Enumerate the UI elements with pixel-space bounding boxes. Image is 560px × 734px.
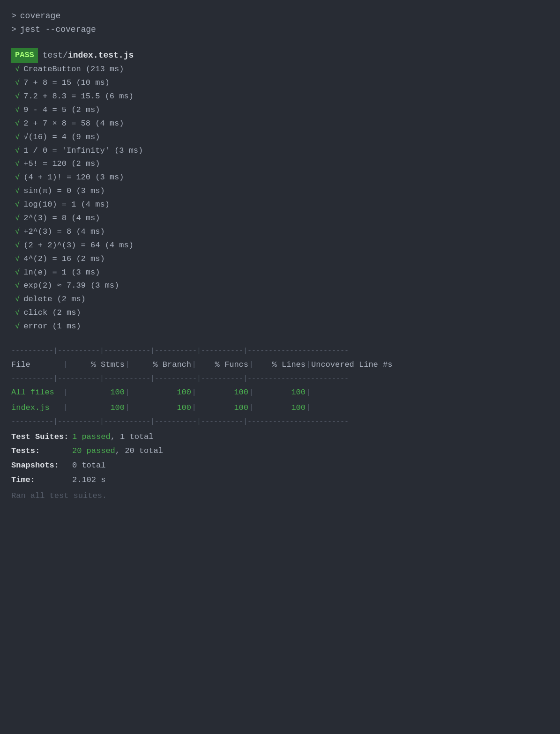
test-name-6: 1 / 0 = 'Infinity' (3 ms) <box>23 144 143 158</box>
test-item-17: √ delete (2 ms) <box>11 293 549 306</box>
test-name-12: +2^(3) = 8 (4 ms) <box>23 225 105 239</box>
summary-suites: Test Suites: 1 passed, 1 total <box>11 430 549 445</box>
cell-branch-all: 100 <box>130 385 191 400</box>
pipe-3: | <box>191 357 197 372</box>
test-item-19: √ error (1 ms) <box>11 320 549 334</box>
test-item-13: √ (2 + 2)^(3) = 64 (4 ms) <box>11 239 549 252</box>
command-line-1: > coverage <box>11 9 549 23</box>
checkmark-19: √ <box>15 320 20 334</box>
test-name-11: 2^(3) = 8 (4 ms) <box>23 212 100 225</box>
table-divider-mid: ----------|----------|-----------|------… <box>11 372 549 385</box>
checkmark-2: √ <box>15 90 20 104</box>
test-items-list: √ CreateButton (213 ms)√ 7 + 8 = 15 (10 … <box>11 63 549 334</box>
tests-rest: , 20 total <box>115 446 163 455</box>
test-name-5: √(16) = 4 (9 ms) <box>23 131 100 144</box>
checkmark-5: √ <box>15 131 20 144</box>
time-label: Time: <box>11 473 72 488</box>
checkmark-3: √ <box>15 104 20 117</box>
cell-branch-index: 100 <box>130 400 191 415</box>
checkmark-7: √ <box>15 157 20 171</box>
col-header-uncovered: Uncovered Line #s <box>311 357 549 372</box>
tests-passed: 20 passed <box>72 446 115 455</box>
col-header-funcs: % Funcs <box>197 357 248 372</box>
suites-rest: , 1 total <box>111 432 154 441</box>
test-name-3: 9 - 4 = 5 (2 ms) <box>23 104 100 117</box>
test-item-10: √ log(10) = 1 (4 ms) <box>11 198 549 212</box>
pipe-r2-2: | <box>125 400 130 415</box>
test-name-16: exp(2) ≈ 7.39 (3 ms) <box>23 279 119 293</box>
pipe-r1-3: | <box>191 385 197 400</box>
cell-uncovered-index <box>311 400 549 415</box>
checkmark-12: √ <box>15 225 20 239</box>
test-file-bold: index.test.js <box>68 51 134 60</box>
test-name-9: sin(π) = 0 (3 ms) <box>23 185 105 198</box>
cell-lines-index: 100 <box>254 400 306 415</box>
checkmark-10: √ <box>15 198 20 212</box>
table-divider-bot: ----------|----------|-----------|------… <box>11 415 549 428</box>
time-value: 2.102 s <box>72 473 105 488</box>
test-item-0: √ CreateButton (213 ms) <box>11 63 549 76</box>
checkmark-11: √ <box>15 212 20 225</box>
checkmark-14: √ <box>15 252 20 266</box>
pipe-r1-4: | <box>248 385 254 400</box>
pipe-r2-5: | <box>306 400 311 415</box>
test-item-12: √ +2^(3) = 8 (4 ms) <box>11 225 549 239</box>
pipe-r1-5: | <box>306 385 311 400</box>
cell-lines-all: 100 <box>254 385 306 400</box>
test-name-2: 7.2 + 8.3 = 15.5 (6 ms) <box>23 90 134 104</box>
suites-passed: 1 passed <box>72 432 111 441</box>
snapshots-label: Snapshots: <box>11 459 72 473</box>
command-2: jest --coverage <box>20 23 96 37</box>
test-name-4: 2 + 7 × 8 = 58 (4 ms) <box>23 117 124 131</box>
test-name-0: CreateButton (213 ms) <box>23 63 124 76</box>
pipe-4: | <box>248 357 254 372</box>
col-header-stmts: % Stmts <box>68 357 125 372</box>
test-item-18: √ click (2 ms) <box>11 306 549 320</box>
test-item-4: √ 2 + 7 × 8 = 58 (4 ms) <box>11 117 549 131</box>
coverage-table: ----------|----------|-----------|------… <box>11 345 549 428</box>
test-item-5: √ √(16) = 4 (9 ms) <box>11 131 549 144</box>
cell-stmts-index: 100 <box>68 400 125 415</box>
col-header-lines: % Lines <box>254 357 306 372</box>
table-row-all-files: All files | 100 | 100 | 100 | 100 | <box>11 385 549 400</box>
pipe-5: | <box>306 357 311 372</box>
cell-funcs-all: 100 <box>197 385 248 400</box>
checkmark-1: √ <box>15 76 20 90</box>
command-line-2: > jest --coverage <box>11 23 549 37</box>
summary-time: Time: 2.102 s <box>11 473 549 488</box>
ran-label: Ran all test suites. <box>11 489 549 504</box>
cell-file-index: index.js <box>11 400 63 415</box>
test-name-7: +5! = 120 (2 ms) <box>23 157 100 171</box>
test-name-13: (2 + 2)^(3) = 64 (4 ms) <box>23 239 134 252</box>
pipe-r2-1: | <box>63 400 68 415</box>
test-name-17: delete (2 ms) <box>23 293 86 306</box>
prompt-1: > <box>11 9 16 23</box>
summary-snapshots: Snapshots: 0 total <box>11 459 549 473</box>
checkmark-18: √ <box>15 306 20 320</box>
test-item-16: √ exp(2) ≈ 7.39 (3 ms) <box>11 279 549 293</box>
checkmark-9: √ <box>15 185 20 198</box>
test-name-10: log(10) = 1 (4 ms) <box>23 198 110 212</box>
checkmark-17: √ <box>15 293 20 306</box>
test-item-1: √ 7 + 8 = 15 (10 ms) <box>11 76 549 90</box>
checkmark-6: √ <box>15 144 20 158</box>
pipe-r1-1: | <box>63 385 68 400</box>
checkmark-8: √ <box>15 171 20 185</box>
cell-file-all: All files <box>11 385 63 400</box>
table-header-row: File | % Stmts | % Branch | % Funcs | % … <box>11 357 549 372</box>
test-item-8: √ (4 + 1)! = 120 (3 ms) <box>11 171 549 185</box>
test-item-11: √ 2^(3) = 8 (4 ms) <box>11 212 549 225</box>
test-name-1: 7 + 8 = 15 (10 ms) <box>23 76 110 90</box>
table-divider-top: ----------|----------|-----------|------… <box>11 345 549 357</box>
pipe-r1-2: | <box>125 385 130 400</box>
test-item-7: √ +5! = 120 (2 ms) <box>11 157 549 171</box>
col-header-file: File <box>11 357 63 372</box>
cell-stmts-all: 100 <box>68 385 125 400</box>
pipe-r2-3: | <box>191 400 197 415</box>
pass-badge: PASS <box>11 48 38 63</box>
checkmark-0: √ <box>15 63 20 76</box>
checkmark-16: √ <box>15 279 20 293</box>
tests-label: Tests: <box>11 444 72 459</box>
checkmark-4: √ <box>15 117 20 131</box>
table-row-index: index.js | 100 | 100 | 100 | 100 | <box>11 400 549 415</box>
